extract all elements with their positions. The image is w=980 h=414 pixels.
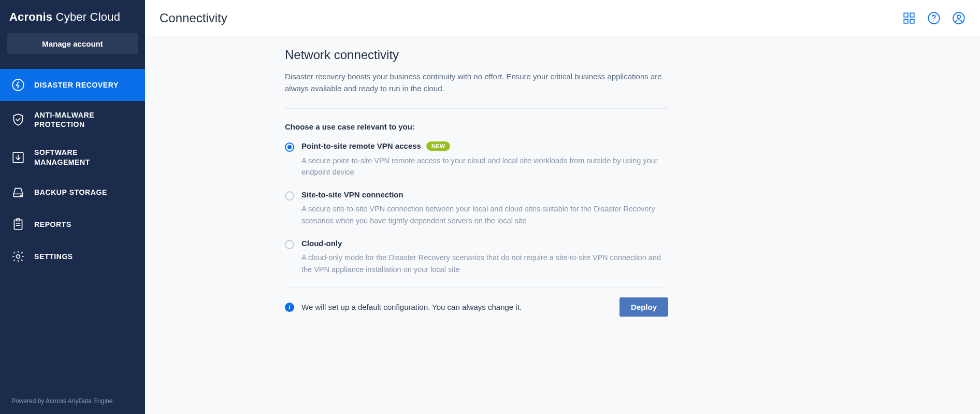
page-title: Connectivity bbox=[160, 11, 227, 25]
manage-account-button[interactable]: Manage account bbox=[7, 33, 138, 54]
topbar: Connectivity bbox=[145, 0, 980, 36]
topbar-actions bbox=[902, 11, 965, 25]
brand-bold: Acronis bbox=[9, 10, 52, 23]
svg-point-0 bbox=[12, 79, 24, 91]
new-badge: NEW bbox=[426, 141, 451, 151]
brand-light: Cyber Cloud bbox=[52, 10, 120, 23]
sidebar-item-label: ANTI-MALWARE PROTECTION bbox=[34, 110, 134, 129]
option-title: Cloud-only bbox=[301, 239, 668, 248]
drive-icon bbox=[11, 185, 25, 199]
divider bbox=[285, 108, 668, 109]
radio-icon[interactable] bbox=[285, 191, 294, 201]
sidebar-item-settings[interactable]: SETTINGS bbox=[0, 240, 145, 273]
sidebar-item-backup-storage[interactable]: BACKUP STORAGE bbox=[0, 176, 145, 208]
option-title-text: Site-to-site VPN connection bbox=[301, 190, 403, 199]
sidebar-item-reports[interactable]: REPORTS bbox=[0, 208, 145, 240]
clipboard-icon bbox=[11, 218, 25, 231]
deploy-button[interactable]: Deploy bbox=[619, 297, 668, 317]
option-body: Site-to-site VPN connection A secure sit… bbox=[301, 190, 668, 226]
sidebar-nav: DISASTER RECOVERY ANTI-MALWARE PROTECTIO… bbox=[0, 69, 145, 273]
shield-icon bbox=[11, 113, 25, 126]
option-body: Point-to-site remote VPN access NEW A se… bbox=[301, 141, 668, 178]
panel-description: Disaster recovery boosts your business c… bbox=[285, 70, 668, 95]
footer-bar: i We will set up a default configuration… bbox=[285, 288, 668, 320]
svg-rect-10 bbox=[910, 13, 914, 17]
apps-icon[interactable] bbox=[902, 11, 916, 25]
option-point-to-site[interactable]: Point-to-site remote VPN access NEW A se… bbox=[285, 141, 668, 178]
lightning-icon bbox=[11, 78, 25, 92]
main: Connectivity Network connectivity Disast… bbox=[145, 0, 980, 414]
option-body: Cloud-only A cloud-only mode for the Dis… bbox=[301, 239, 668, 275]
svg-point-16 bbox=[957, 15, 961, 19]
choose-label: Choose a use case relevant to you: bbox=[285, 122, 668, 131]
option-title: Site-to-site VPN connection bbox=[301, 190, 668, 199]
content: Network connectivity Disaster recovery b… bbox=[145, 36, 980, 414]
sidebar-item-label: REPORTS bbox=[34, 220, 71, 229]
radio-icon[interactable] bbox=[285, 142, 294, 152]
option-site-to-site[interactable]: Site-to-site VPN connection A secure sit… bbox=[285, 190, 668, 226]
sidebar-item-label: BACKUP STORAGE bbox=[34, 188, 107, 197]
sidebar-item-disaster-recovery[interactable]: DISASTER RECOVERY bbox=[0, 69, 145, 101]
panel-heading: Network connectivity bbox=[285, 48, 668, 62]
option-title-text: Cloud-only bbox=[301, 239, 342, 248]
help-icon[interactable] bbox=[927, 11, 941, 25]
footer-note: We will set up a default configuration. … bbox=[301, 303, 612, 311]
svg-point-8 bbox=[17, 254, 20, 258]
svg-rect-12 bbox=[910, 19, 914, 23]
sidebar-item-software-management[interactable]: SOFTWARE MANAGEMENT bbox=[0, 138, 145, 176]
sidebar-item-anti-malware[interactable]: ANTI-MALWARE PROTECTION bbox=[0, 101, 145, 138]
radio-icon[interactable] bbox=[285, 240, 294, 249]
brand-logo: Acronis Cyber Cloud bbox=[0, 0, 145, 33]
option-title-text: Point-to-site remote VPN access bbox=[301, 141, 421, 150]
sidebar-footer: Powered by Acronis AnyData Engine bbox=[0, 388, 145, 414]
sidebar-item-label: SOFTWARE MANAGEMENT bbox=[34, 148, 134, 166]
sidebar-item-label: SETTINGS bbox=[34, 252, 73, 261]
svg-rect-9 bbox=[904, 13, 908, 17]
option-title: Point-to-site remote VPN access NEW bbox=[301, 141, 668, 151]
svg-rect-11 bbox=[904, 19, 908, 23]
connectivity-panel: Network connectivity Disaster recovery b… bbox=[285, 48, 668, 320]
account-icon[interactable] bbox=[952, 11, 965, 25]
svg-point-14 bbox=[933, 20, 934, 21]
option-desc: A cloud-only mode for the Disaster Recov… bbox=[301, 252, 668, 275]
sidebar-item-label: DISASTER RECOVERY bbox=[34, 80, 119, 90]
download-box-icon bbox=[11, 151, 25, 164]
option-desc: A secure point-to-site VPN remote access… bbox=[301, 155, 668, 178]
svg-point-3 bbox=[21, 195, 21, 195]
gear-icon bbox=[11, 250, 25, 263]
sidebar: Acronis Cyber Cloud Manage account DISAS… bbox=[0, 0, 145, 414]
info-icon: i bbox=[285, 303, 294, 312]
option-desc: A secure site-to-site VPN connection bet… bbox=[301, 203, 668, 226]
option-cloud-only[interactable]: Cloud-only A cloud-only mode for the Dis… bbox=[285, 239, 668, 275]
